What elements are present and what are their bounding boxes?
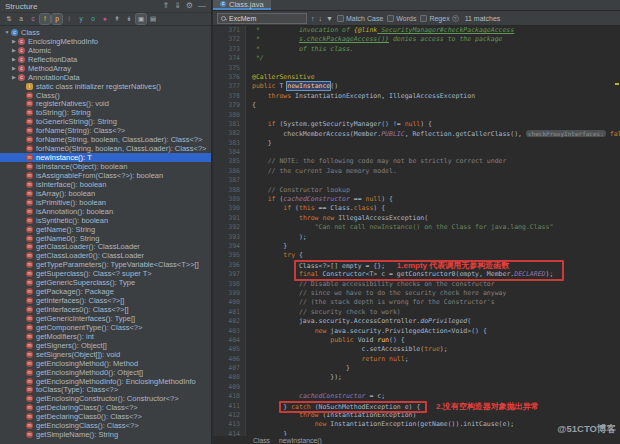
- tree-item-forname-string-boolean-classloader-class[interactable]: mforName(String, boolean, ClassLoader): …: [0, 135, 211, 144]
- tree-item-isprimitive-boolean[interactable]: misPrimitive(): boolean: [0, 198, 211, 207]
- method-icon: m: [26, 369, 33, 376]
- expand-all-nodes-icon[interactable]: ↟: [112, 14, 122, 24]
- tree-item-tostring-string[interactable]: mtoString(): String: [0, 108, 211, 117]
- method-icon: m: [26, 252, 33, 259]
- words-toggle[interactable]: Words: [387, 15, 416, 22]
- tree-item-getinterfaces0-class[interactable]: mgetInterfaces0(): Class<?>[]: [0, 305, 211, 314]
- tree-item-static-class-initializer-registernatives[interactable]: istatic class initializer registerNative…: [0, 82, 211, 91]
- tree-item-togenericstring-string[interactable]: mtoGenericString(): String: [0, 117, 211, 126]
- sort-alphabetically-icon[interactable]: a: [16, 14, 26, 24]
- show-fields-icon[interactable]: f: [40, 14, 50, 24]
- tree-item-isarray-boolean[interactable]: misArray(): boolean: [0, 189, 211, 198]
- tree-item-gettypeparameters-typevariable-class-t[interactable]: mgetTypeParameters(): TypeVariable<Class…: [0, 260, 211, 269]
- regex-toggle[interactable]: Regex ?: [420, 15, 458, 22]
- code-line: Class<?>[] empty = {}; 1.empty 代表调用无参构造函…: [252, 261, 620, 270]
- tree-item-class[interactable]: mClass(): [0, 91, 211, 100]
- expand-arrow-icon[interactable]: ▶: [10, 56, 18, 62]
- tree-item-getclassloader0-classloader[interactable]: mgetClassLoader0(): ClassLoader: [0, 251, 211, 260]
- tree-item-isinstance-object-boolean[interactable]: misInstance(Object): boolean: [0, 162, 211, 171]
- tree-item-isannotation-boolean[interactable]: misAnnotation(): boolean: [0, 207, 211, 216]
- tree-item-getsuperclass-class-super-t[interactable]: mgetSuperclass(): Class<? super T>: [0, 269, 211, 278]
- tree-item-forname0-string-boolean-classloader-clas[interactable]: mforName0(String, boolean, ClassLoader):…: [0, 144, 211, 153]
- show-non-public-icon[interactable]: p: [52, 14, 62, 24]
- tree-item-issynthetic-boolean[interactable]: misSynthetic(): boolean: [0, 216, 211, 225]
- collapse-all-nodes-icon[interactable]: ↡: [124, 14, 134, 24]
- tree-item-registernatives-void[interactable]: mregisterNatives(): void: [0, 100, 211, 109]
- tree-item-getenclosingconstructor-constructor[interactable]: mgetEnclosingConstructor(): Constructor<…: [0, 394, 211, 403]
- tree-item-isassignablefrom-class-boolean[interactable]: misAssignableFrom(Class<?>): boolean: [0, 171, 211, 180]
- search-query: ExcMem: [229, 15, 256, 22]
- tree-item-getdeclaringclass0-class[interactable]: mgetDeclaringClass0(): Class<?>: [0, 412, 211, 421]
- find-next-icon[interactable]: ↓: [319, 15, 323, 22]
- expand-all-icon[interactable]: ⇑: [162, 0, 169, 12]
- breadcrumb-item-class[interactable]: Class: [253, 437, 270, 444]
- tree-item-setsigners-object-void[interactable]: msetSigners(Object[]): void: [0, 350, 211, 359]
- regex-help-icon[interactable]: ?: [452, 15, 459, 22]
- expand-arrow-icon[interactable]: ▶: [10, 65, 18, 71]
- tree-item-annotationdata[interactable]: ▶cAnnotationData: [0, 73, 211, 82]
- expand-arrow-icon[interactable]: ▼: [3, 29, 11, 35]
- tree-item-getcomponenttype-class[interactable]: mgetComponentType(): Class<?>: [0, 323, 211, 332]
- tree-item-getname0-string[interactable]: mgetName0(): String: [0, 234, 211, 243]
- expand-arrow-icon[interactable]: ▶: [10, 38, 18, 44]
- tree-item-label: static class initializer registerNatives…: [36, 82, 161, 91]
- autoscroll-from-source-icon[interactable]: ▤: [148, 14, 158, 24]
- tree-item-isinterface-boolean[interactable]: misInterface(): boolean: [0, 180, 211, 189]
- tree-item-getname-string[interactable]: mgetName(): String: [0, 225, 211, 234]
- autoscroll-to-source-icon[interactable]: ▣: [136, 14, 146, 24]
- tree-item-getenclosingclass-class[interactable]: mgetEnclosingClass(): Class<?>: [0, 421, 211, 430]
- search-input[interactable]: ExcMem: [217, 13, 307, 24]
- show-inherited-icon[interactable]: i: [64, 14, 74, 24]
- line-number: 408: [213, 373, 240, 382]
- match-case-toggle[interactable]: Match Case: [337, 15, 383, 22]
- tree-item-enclosingmethodinfo[interactable]: ▶cEnclosingMethodInfo: [0, 37, 211, 46]
- tree-item-getpackage-package[interactable]: mgetPackage(): Package: [0, 287, 211, 296]
- tree-item-atomic[interactable]: ▶cAtomic: [0, 46, 211, 55]
- tree-item-methodarray[interactable]: ▶cMethodArray: [0, 64, 211, 73]
- match-case-checkbox[interactable]: [337, 15, 344, 22]
- hide-panel-icon[interactable]: —: [198, 0, 206, 12]
- line-number: 406: [213, 355, 240, 364]
- tab-class-java[interactable]: c Class.java: [213, 0, 271, 10]
- show-lambdas-icon[interactable]: y: [76, 14, 86, 24]
- breadcrumb-item-newinstance[interactable]: newInstance(): [279, 437, 322, 444]
- tree-item-getdeclaringclass-class[interactable]: mgetDeclaringClass(): Class<?>: [0, 403, 211, 412]
- tree-item-label: isArray(): boolean: [36, 189, 95, 198]
- method-icon: m: [26, 342, 33, 349]
- code-line: [252, 383, 620, 392]
- code-line: try {: [252, 251, 620, 260]
- tree-item-getgenericinterfaces-type[interactable]: mgetGenericInterfaces(): Type[]: [0, 314, 211, 323]
- root-icon: c: [11, 29, 18, 36]
- tree-item-getsimplename-string[interactable]: mgetSimpleName(): String: [0, 430, 211, 439]
- tree-item-getenclosingmethodinfo-enclosingmethodin[interactable]: mgetEnclosingMethodInfo(): EnclosingMeth…: [0, 377, 211, 386]
- group-by-defining-type-icon[interactable]: o: [88, 14, 98, 24]
- words-checkbox[interactable]: [387, 15, 394, 22]
- tree-item-getclassloader-classloader[interactable]: mgetClassLoader(): ClassLoader: [0, 243, 211, 252]
- tree-item-class[interactable]: ▼cClass: [0, 28, 211, 37]
- tree-item-getgenericsuperclass-type[interactable]: mgetGenericSuperclass(): Type: [0, 278, 211, 287]
- regex-checkbox[interactable]: [420, 15, 427, 22]
- tree-item-getenclosingmethod-method[interactable]: mgetEnclosingMethod(): Method: [0, 359, 211, 368]
- match-case-label: Match Case: [346, 15, 383, 22]
- tree-item-reflectiondata[interactable]: ▶cReflectionData: [0, 55, 211, 64]
- show-properties-icon[interactable]: ●: [100, 14, 110, 24]
- tree-item-getenclosingmethod0-object[interactable]: mgetEnclosingMethod0(): Object[]: [0, 368, 211, 377]
- scrollbar-search-marker[interactable]: [615, 83, 619, 85]
- code-line: [252, 64, 620, 73]
- sort-by-visibility-icon[interactable]: ⇅: [4, 14, 14, 24]
- tree-item-newinstance-t[interactable]: mnewInstance(): T: [0, 153, 211, 162]
- show-anonymous-classes-icon[interactable]: c: [28, 14, 38, 24]
- find-filter-icon[interactable]: ▼: [326, 15, 333, 22]
- tree-item-toclass-type-class[interactable]: mtoClass(Type): Class<?>: [0, 386, 211, 395]
- find-previous-icon[interactable]: ↑: [311, 15, 315, 22]
- expand-arrow-icon[interactable]: ▶: [10, 47, 18, 53]
- tree-item-getsigners-object[interactable]: mgetSigners(): Object[]: [0, 341, 211, 350]
- tree-item-forname-string-class[interactable]: mforName(String): Class<?>: [0, 126, 211, 135]
- tree-item-getmodifiers-int[interactable]: mgetModifiers(): int: [0, 332, 211, 341]
- line-number: 377: [213, 82, 240, 91]
- code-editor[interactable]: * invocation of {@link SecurityManager#c…: [246, 26, 620, 444]
- settings-gear-icon[interactable]: ⚙: [186, 0, 193, 12]
- tree-item-getinterfaces-class[interactable]: mgetInterfaces(): Class<?>[]: [0, 296, 211, 305]
- expand-arrow-icon[interactable]: ▶: [10, 74, 18, 80]
- collapse-all-icon[interactable]: ⇓: [174, 0, 181, 12]
